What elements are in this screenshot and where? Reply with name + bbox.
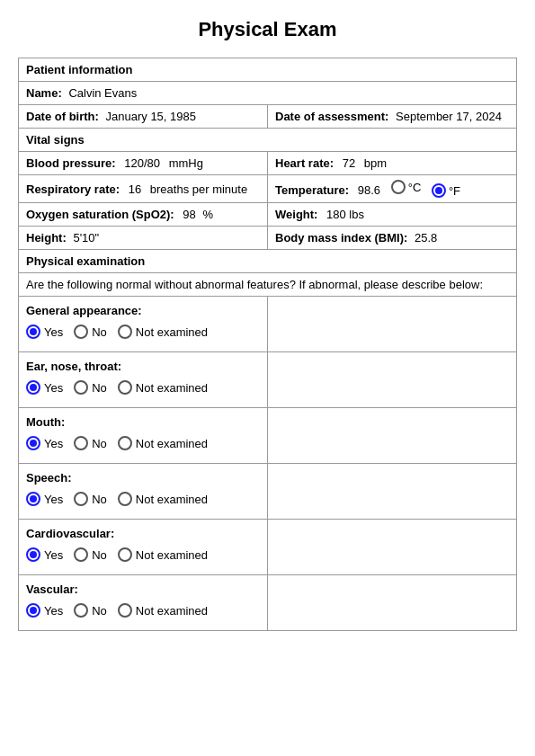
mouth-radio-group: Yes No Not examined	[26, 431, 260, 456]
ent-notes	[268, 352, 517, 408]
vascular-no-label[interactable]: No	[74, 603, 107, 618]
dob-value: January 15, 1985	[106, 110, 196, 123]
o2-unit: %	[202, 208, 213, 221]
bp-value: 120/80	[124, 156, 160, 170]
name-value: Calvin Evans	[68, 86, 137, 100]
weight-cell: Weight: 180 lbs	[268, 203, 517, 227]
bmi-label: Body mass index (BMI):	[275, 231, 407, 245]
main-table: Patient information Name: Calvin Evans D…	[18, 58, 517, 631]
mouth-yes-label[interactable]: Yes	[26, 436, 63, 450]
vascular-notexamined-label[interactable]: Not examined	[118, 603, 208, 618]
instruction-row: Are the following normal without abnorma…	[19, 273, 517, 297]
vascular-no-radio[interactable]	[74, 603, 88, 618]
cardio-no-label[interactable]: No	[74, 547, 107, 562]
mouth-label: Mouth:	[26, 415, 260, 431]
vascular-no-text: No	[92, 604, 107, 618]
patient-info-header: Patient information	[19, 58, 517, 82]
temp-c-radio[interactable]	[391, 180, 406, 194]
cardio-no-radio[interactable]	[74, 547, 88, 562]
mouth-no-radio[interactable]	[74, 436, 88, 450]
cardio-label: Cardiovascular:	[26, 527, 260, 542]
cardio-notexamined-label[interactable]: Not examined	[118, 547, 208, 562]
weight-label: Weight:	[275, 208, 317, 221]
rr-label: Respiratory rate:	[26, 182, 120, 196]
speech-cell: Speech: Yes No Not examined	[19, 464, 268, 520]
general-appearance-label: General appearance:	[26, 304, 260, 319]
bp-unit: mmHg	[169, 156, 203, 170]
cardio-yes-radio[interactable]	[26, 547, 40, 562]
dob-label: Date of birth:	[26, 110, 99, 123]
dob-cell: Date of birth: January 15, 1985	[19, 105, 268, 129]
speech-yes-text: Yes	[44, 493, 63, 506]
vascular-notexamined-radio[interactable]	[118, 603, 132, 618]
ent-row: Ear, nose, throat: Yes No Not examined	[19, 352, 517, 408]
name-row: Name: Calvin Evans	[19, 82, 517, 105]
general-appearance-row: General appearance: Yes No Not examined	[19, 297, 517, 352]
temp-f-radio[interactable]	[432, 183, 446, 198]
ent-no-radio[interactable]	[74, 380, 88, 395]
mouth-notexamined-label[interactable]: Not examined	[118, 436, 208, 450]
ent-notexamined-radio[interactable]	[118, 380, 132, 395]
ent-no-text: No	[92, 381, 107, 395]
vascular-yes-label[interactable]: Yes	[26, 603, 63, 618]
mouth-yes-radio[interactable]	[26, 436, 40, 450]
mouth-notes	[268, 408, 517, 464]
mouth-notexamined-text: Not examined	[136, 437, 208, 450]
ent-yes-label[interactable]: Yes	[26, 380, 63, 395]
cardio-no-text: No	[92, 548, 107, 562]
speech-notexamined-radio[interactable]	[118, 492, 132, 506]
bmi-cell: Body mass index (BMI): 25.8	[268, 227, 517, 250]
temp-unit-c-group[interactable]: °C	[391, 180, 422, 194]
temp-f-label: °F	[449, 184, 460, 198]
general-no-label[interactable]: No	[74, 325, 107, 339]
bmi-value: 25.8	[415, 231, 437, 245]
ent-notexamined-label[interactable]: Not examined	[118, 380, 208, 395]
temp-label: Temperature:	[275, 183, 349, 197]
vascular-row: Vascular: Yes No Not examined	[19, 575, 517, 631]
speech-notexamined-label[interactable]: Not examined	[118, 492, 208, 506]
doa-label: Date of assessment:	[275, 110, 388, 123]
o2-cell: Oxygen saturation (SpO2): 98 %	[19, 203, 268, 227]
temp-cell: Temperature: 98.6 °C °F	[268, 175, 517, 203]
rr-cell: Respiratory rate: 16 breaths per minute	[19, 175, 268, 203]
speech-notexamined-text: Not examined	[136, 493, 208, 506]
vital-signs-header: Vital signs	[19, 129, 517, 152]
vascular-yes-radio[interactable]	[26, 603, 40, 618]
cardio-notexamined-radio[interactable]	[118, 547, 132, 562]
temp-value: 98.6	[358, 183, 380, 197]
speech-yes-radio[interactable]	[26, 492, 40, 506]
temp-unit-f-group[interactable]: °F	[432, 183, 460, 198]
general-appearance-notes	[268, 297, 517, 352]
mouth-no-text: No	[92, 437, 107, 450]
cardio-yes-label[interactable]: Yes	[26, 547, 63, 562]
cardio-row: Cardiovascular: Yes No Not examined	[19, 520, 517, 575]
speech-yes-label[interactable]: Yes	[26, 492, 63, 506]
general-yes-radio[interactable]	[26, 325, 40, 339]
height-label: Height:	[26, 231, 67, 245]
vascular-cell: Vascular: Yes No Not examined	[19, 575, 268, 631]
mouth-row: Mouth: Yes No Not examined	[19, 408, 517, 464]
ent-no-label[interactable]: No	[74, 380, 107, 395]
hr-cell: Heart rate: 72 bpm	[268, 152, 517, 175]
vascular-notes	[268, 575, 517, 631]
rr-value: 16	[129, 182, 141, 196]
speech-no-label[interactable]: No	[74, 492, 107, 506]
general-yes-text: Yes	[44, 325, 63, 339]
general-yes-label[interactable]: Yes	[26, 325, 63, 339]
mouth-no-label[interactable]: No	[74, 436, 107, 450]
cardio-cell: Cardiovascular: Yes No Not examined	[19, 520, 268, 575]
speech-notes	[268, 464, 517, 520]
general-notexamined-radio[interactable]	[118, 325, 132, 339]
speech-radio-group: Yes No Not examined	[26, 486, 260, 511]
ent-yes-text: Yes	[44, 381, 63, 395]
ent-yes-radio[interactable]	[26, 380, 40, 395]
general-no-radio[interactable]	[74, 325, 88, 339]
general-appearance-radio-group: Yes No Not examined	[26, 319, 260, 344]
general-notexamined-label[interactable]: Not examined	[118, 325, 208, 339]
ent-notexamined-text: Not examined	[136, 381, 208, 395]
speech-no-radio[interactable]	[74, 492, 88, 506]
temp-c-label: °C	[408, 181, 422, 194]
vascular-notexamined-text: Not examined	[136, 604, 208, 618]
mouth-notexamined-radio[interactable]	[118, 436, 132, 450]
speech-label: Speech:	[26, 471, 260, 486]
